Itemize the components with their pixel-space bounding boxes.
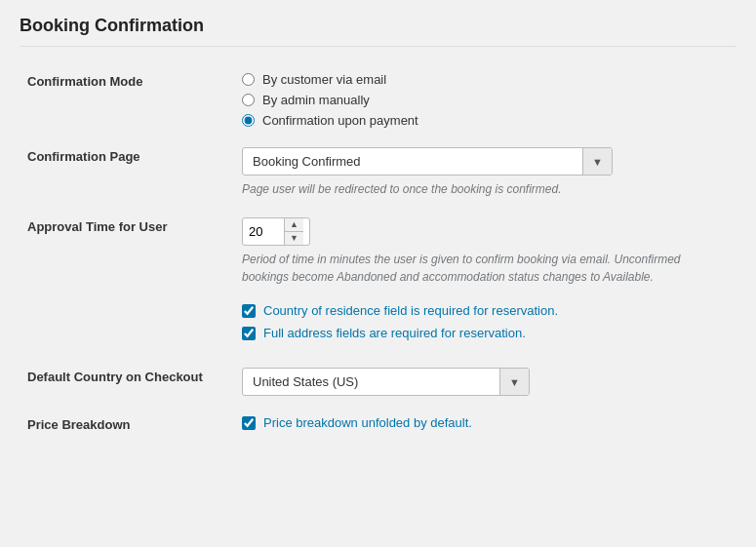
confirmation-page-row: Confirmation Page Booking Confirmed Home…: [20, 137, 736, 208]
spin-down-button[interactable]: ▼: [285, 232, 303, 245]
spin-up-button[interactable]: ▲: [285, 218, 303, 232]
settings-table: Confirmation Mode By customer via email …: [20, 62, 736, 448]
radio-upon-payment[interactable]: [242, 114, 255, 127]
confirmation-mode-label: Confirmation Mode: [20, 62, 234, 137]
country-required-checkbox[interactable]: [242, 304, 256, 318]
radio-item-by-admin[interactable]: By admin manually: [242, 93, 729, 107]
default-country-control: United States (US) Canada United Kingdom…: [234, 358, 736, 406]
checkboxes-label-empty: [20, 295, 234, 358]
approval-time-control: ▲ ▼ Period of time in minutes the user i…: [234, 208, 736, 295]
confirmation-page-label: Confirmation Page: [20, 137, 234, 208]
confirmation-mode-row: Confirmation Mode By customer via email …: [20, 62, 736, 137]
price-breakdown-control: Price breakdown unfolded by default.: [234, 406, 736, 448]
price-breakdown-item[interactable]: Price breakdown unfolded by default.: [242, 415, 729, 430]
address-required-checkbox[interactable]: [242, 327, 256, 340]
country-required-label: Country of residence field is required f…: [263, 303, 558, 318]
address-required-item[interactable]: Full address fields are required for res…: [242, 326, 729, 340]
confirmation-page-select-wrapper: Booking Confirmed Home Contact ▼: [242, 147, 613, 176]
approval-time-label: Approval Time for User: [20, 208, 234, 295]
approval-time-input-wrapper: ▲ ▼: [242, 217, 310, 246]
price-breakdown-row: Price Breakdown Price breakdown unfolded…: [20, 406, 736, 448]
spin-buttons: ▲ ▼: [284, 218, 303, 245]
radio-item-by-customer[interactable]: By customer via email: [242, 72, 729, 87]
radio-label-upon-payment: Confirmation upon payment: [262, 113, 418, 128]
price-breakdown-label: Price Breakdown: [20, 406, 234, 448]
confirmation-page-select[interactable]: Booking Confirmed Home Contact: [243, 148, 612, 175]
default-country-label: Default Country on Checkout: [20, 358, 234, 406]
approval-time-help: Period of time in minutes the user is gi…: [242, 251, 710, 286]
price-breakdown-checkbox-label: Price breakdown unfolded by default.: [263, 415, 472, 430]
approval-time-input[interactable]: [243, 219, 284, 244]
settings-page: Booking Confirmation Confirmation Mode B…: [0, 0, 756, 547]
checkboxes-cell: Country of residence field is required f…: [234, 295, 736, 358]
country-select-wrapper: United States (US) Canada United Kingdom…: [242, 368, 530, 396]
confirmation-page-control: Booking Confirmed Home Contact ▼ Page us…: [234, 137, 736, 208]
confirmation-mode-options: By customer via email By admin manually …: [234, 62, 736, 137]
radio-group-confirmation: By customer via email By admin manually …: [242, 72, 729, 128]
radio-label-by-customer: By customer via email: [262, 72, 386, 87]
default-country-row: Default Country on Checkout United State…: [20, 358, 736, 406]
checkboxes-row: Country of residence field is required f…: [20, 295, 736, 358]
radio-item-upon-payment[interactable]: Confirmation upon payment: [242, 113, 729, 128]
address-required-label: Full address fields are required for res…: [263, 326, 526, 340]
country-required-item[interactable]: Country of residence field is required f…: [242, 303, 729, 318]
radio-label-by-admin: By admin manually: [262, 93, 370, 107]
radio-by-admin[interactable]: [242, 94, 255, 106]
confirmation-page-help: Page user will be redirected to once the…: [242, 180, 710, 198]
country-select[interactable]: United States (US) Canada United Kingdom…: [243, 369, 529, 395]
radio-by-customer[interactable]: [242, 73, 255, 86]
price-breakdown-checkbox[interactable]: [242, 416, 256, 430]
approval-time-row: Approval Time for User ▲ ▼ Period of tim…: [20, 208, 736, 295]
page-title: Booking Confirmation: [20, 16, 736, 47]
